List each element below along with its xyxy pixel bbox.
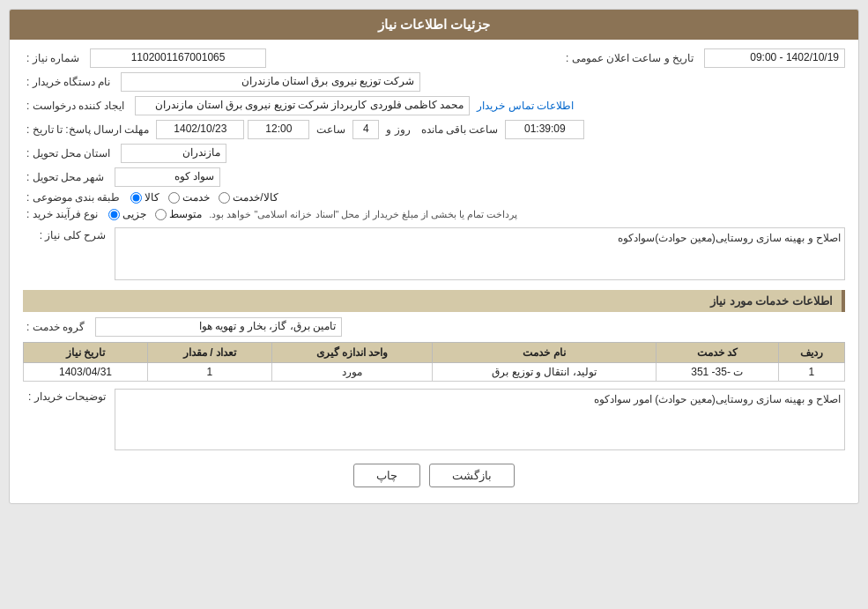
buyer-desc-label: توضیحات خریدار :: [26, 389, 106, 403]
deadline-remaining-label: ساعت باقی مانده: [421, 123, 499, 136]
services-table: ردیف کد خدمت نام خدمت واحد اندازه گیری ت…: [23, 342, 845, 382]
province-label: استان محل تحویل :: [26, 147, 110, 160]
deadline-date: 1402/10/23: [156, 120, 244, 139]
need-number-value: 1102001167001065: [90, 48, 266, 68]
process-radio-group: متوسط جزیی: [108, 208, 202, 220]
table-row: 1ت -35- 351تولید، انتقال و توزیع برقمورد…: [24, 363, 845, 382]
back-button[interactable]: بازگشت: [429, 464, 515, 487]
notice-text: پرداخت تمام یا بخشی از مبلغ خریدار از مح…: [209, 209, 517, 220]
col-unit: واحد اندازه گیری: [271, 343, 433, 363]
col-date: تاریخ نیاز: [24, 343, 148, 363]
col-qty: تعداد / مقدار: [147, 343, 271, 363]
creator-value: محمد کاظمی فلوردی کاربرداز شرکت توزیع نی…: [135, 96, 470, 115]
deadline-label: مهلت ارسال پاسخ: تا تاریخ :: [26, 123, 149, 136]
col-name: نام خدمت: [433, 343, 656, 363]
deadline-remaining: 01:39:09: [505, 120, 584, 139]
city-value: سواد کوه: [115, 167, 220, 187]
category-radio-group: کالا/خدمت خدمت کالا: [130, 191, 278, 204]
radio-kala-khadamat[interactable]: کالا/خدمت: [219, 191, 278, 204]
deadline-time-label: ساعت: [316, 123, 345, 136]
city-label: شهر محل تحویل :: [26, 171, 104, 183]
creator-label: ایجاد کننده درخواست :: [26, 100, 124, 112]
announce-date-value: 1402/10/19 - 09:00: [704, 48, 845, 68]
need-desc-textarea[interactable]: اصلاح و بهینه سازی روستایی(معین حوادث)سو…: [115, 227, 845, 280]
contact-link[interactable]: اطلاعات تماس خریدار: [477, 100, 574, 112]
buyer-desc-textarea[interactable]: اصلاح و بهینه سازی روستایی(معین حوادث) ا…: [115, 389, 845, 450]
need-number-label: شماره نیاز :: [26, 52, 79, 64]
radio-motavasset[interactable]: متوسط: [155, 208, 202, 220]
col-code: کد خدمت: [656, 343, 778, 363]
button-row: بازگشت چاپ: [23, 464, 845, 487]
service-group-label: گروه خدمت :: [26, 321, 85, 333]
purchase-type-label: نوع فرآیند خرید :: [26, 208, 98, 220]
page-title: جزئیات اطلاعات نیاز: [10, 10, 858, 40]
deadline-days: 4: [352, 120, 379, 139]
province-value: مازندران: [121, 144, 226, 163]
announce-date-label: تاریخ و ساعت اعلان عمومی :: [566, 52, 694, 64]
services-section-header: اطلاعات خدمات مورد نیاز: [23, 290, 845, 312]
need-desc-label: شرح کلی نیاز :: [26, 227, 106, 241]
buyer-org-label: نام دستگاه خریدار :: [26, 76, 110, 88]
service-group-value: تامین برق، گاز، بخار و تهویه هوا: [95, 317, 342, 337]
radio-kala[interactable]: کالا: [130, 191, 160, 204]
deadline-time: 12:00: [248, 120, 309, 139]
col-row: ردیف: [778, 343, 844, 363]
buyer-org-value: شرکت توزیع نیروی برق استان مازندران: [121, 72, 420, 92]
deadline-day-label: روز و: [386, 123, 410, 136]
category-label: طبقه بندی موضوعی :: [26, 191, 120, 204]
radio-khadamat[interactable]: خدمت: [168, 191, 210, 204]
print-button[interactable]: چاپ: [353, 464, 420, 487]
radio-jozvi[interactable]: جزیی: [108, 208, 146, 220]
